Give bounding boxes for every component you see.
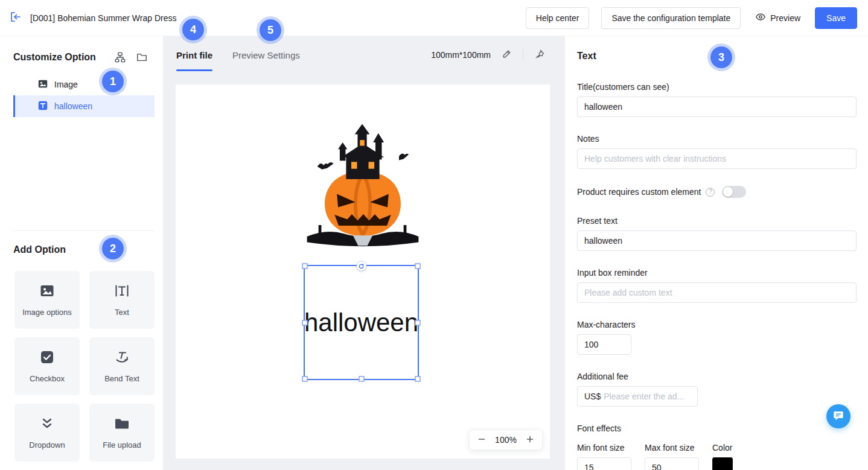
save-template-button[interactable]: Save the configuration template xyxy=(601,7,741,29)
custom-element-label: Product requires custom element xyxy=(577,186,701,198)
add-option-title: Add Option xyxy=(13,244,150,255)
sidebar-item-halloween[interactable]: halloween xyxy=(13,95,155,117)
print-canvas[interactable]: halloween xyxy=(176,84,550,459)
top-header: [D001] Bohemian Summer Wrap Dress Help c… xyxy=(0,0,868,36)
add-card-dropdown[interactable]: Dropdown xyxy=(14,404,80,462)
preview-button[interactable]: Preview xyxy=(753,7,803,29)
edit-size-button[interactable] xyxy=(499,46,514,63)
tab-preview-settings[interactable]: Preview Settings xyxy=(232,36,300,74)
pencil-icon xyxy=(502,49,512,61)
chat-support-button[interactable] xyxy=(826,404,850,428)
file-upload-icon xyxy=(114,416,130,433)
zoom-controls: 100% xyxy=(469,430,543,450)
plus-icon xyxy=(526,435,534,445)
add-card-checkbox[interactable]: Checkbox xyxy=(14,337,80,395)
properties-panel: Text Title(customers can see) Notes Prod… xyxy=(564,36,868,470)
notes-field-label: Notes xyxy=(577,133,857,145)
tab-print-file[interactable]: Print file xyxy=(176,36,212,74)
add-card-image-options[interactable]: Image options xyxy=(14,271,80,329)
customize-option-title: Customize Option xyxy=(13,52,96,63)
fee-input-box: US$ xyxy=(577,386,698,407)
custom-element-row: Product requires custom element ? xyxy=(577,185,857,199)
sidebar-item-image[interactable]: Image xyxy=(13,74,155,95)
add-card-label: Image options xyxy=(22,308,72,317)
title-field-label: Title(customers can see) xyxy=(577,81,857,93)
canvas-size-label: 100mm*100mm xyxy=(431,50,491,60)
canvas-toolbar: Print file Preview Settings 100mm*100mm xyxy=(163,36,564,74)
add-card-label: Checkbox xyxy=(30,374,65,383)
fee-input[interactable] xyxy=(604,392,691,401)
preset-field-group: Preset text xyxy=(577,215,857,251)
font-effects-row: Min font size Max font size Color xyxy=(577,442,857,470)
preset-field-label: Preset text xyxy=(577,215,857,227)
add-card-text[interactable]: Text xyxy=(89,271,155,329)
exit-back-button[interactable] xyxy=(7,8,24,27)
help-center-label: Help center xyxy=(536,13,579,23)
canvas-text-element[interactable]: halloween xyxy=(304,310,418,335)
add-card-label: File upload xyxy=(103,440,141,449)
add-option-grid: Image options Text Check xyxy=(14,271,155,462)
max-chars-label: Max-characters xyxy=(577,319,857,331)
fee-field-group: Additional fee US$ xyxy=(577,370,857,407)
image-options-icon xyxy=(39,283,55,300)
color-group: Color xyxy=(712,442,767,470)
resize-handle-top-left[interactable] xyxy=(302,264,308,269)
zoom-out-button[interactable] xyxy=(475,433,488,446)
add-card-label: Bend Text xyxy=(104,374,139,383)
resize-handle-right[interactable] xyxy=(415,320,421,325)
image-option-icon xyxy=(37,78,48,91)
max-font-group: Max font size xyxy=(645,442,699,470)
color-swatch[interactable] xyxy=(712,457,733,470)
resize-handle-top-right[interactable] xyxy=(415,264,421,269)
option-list: Image halloween xyxy=(0,74,163,117)
sidebar-item-label: Image xyxy=(54,80,78,89)
canvas-tabs: Print file Preview Settings xyxy=(176,36,300,74)
rotate-handle[interactable] xyxy=(356,261,366,272)
notes-field-group: Notes xyxy=(577,133,857,169)
text-element-selection[interactable]: halloween xyxy=(304,265,419,380)
resize-handle-bottom-left[interactable] xyxy=(302,376,308,382)
max-font-input[interactable] xyxy=(645,457,699,470)
sidebar-divider xyxy=(13,230,155,231)
zoom-in-button[interactable] xyxy=(523,433,537,446)
resize-handle-left[interactable] xyxy=(302,320,308,325)
fee-label: Additional fee xyxy=(577,370,857,383)
halloween-artwork-image[interactable] xyxy=(302,123,423,258)
max-chars-input[interactable] xyxy=(577,334,631,355)
folder-icon[interactable] xyxy=(134,49,150,65)
resize-handle-bottom-right[interactable] xyxy=(415,376,421,382)
resize-handle-bottom-center[interactable] xyxy=(359,376,364,382)
structure-icon[interactable] xyxy=(112,49,128,65)
preset-text-input[interactable] xyxy=(577,230,857,251)
main-layout: Customize Option xyxy=(0,36,868,470)
header-left: [D001] Bohemian Summer Wrap Dress xyxy=(7,8,177,27)
add-card-file-upload[interactable]: File upload xyxy=(89,404,155,462)
max-chars-field-group: Max-characters xyxy=(577,319,857,355)
font-effects-header: Font effects xyxy=(577,422,857,434)
pin-button[interactable] xyxy=(532,46,547,64)
currency-prefix: US$ xyxy=(584,392,601,401)
color-label: Color xyxy=(712,442,767,454)
custom-element-toggle[interactable] xyxy=(722,186,746,198)
reminder-input[interactable] xyxy=(577,282,857,303)
title-input[interactable] xyxy=(577,97,857,117)
max-font-label: Max font size xyxy=(645,442,699,454)
tab-label: Print file xyxy=(176,50,212,60)
annotation-badge-5: 5 xyxy=(260,19,281,41)
pin-icon xyxy=(534,49,545,62)
reminder-field-label: Input box reminder xyxy=(577,267,857,279)
sidebar-header-icons xyxy=(112,49,150,65)
help-center-button[interactable]: Help center xyxy=(526,7,590,29)
question-icon[interactable]: ? xyxy=(706,188,715,197)
tab-label: Preview Settings xyxy=(232,50,300,60)
add-card-label: Dropdown xyxy=(29,440,65,449)
exit-icon xyxy=(10,11,22,25)
notes-input[interactable] xyxy=(577,148,857,169)
annotation-badge-4: 4 xyxy=(182,19,204,40)
save-button[interactable]: Save xyxy=(815,7,857,29)
canvas-area: Print file Preview Settings 100mm*100mm xyxy=(163,36,564,470)
min-font-input[interactable] xyxy=(577,457,631,470)
add-card-bend-text[interactable]: Bend Text xyxy=(89,337,155,395)
annotation-badge-2: 2 xyxy=(102,238,124,259)
canvas-toolbar-right: 100mm*100mm xyxy=(431,46,547,64)
